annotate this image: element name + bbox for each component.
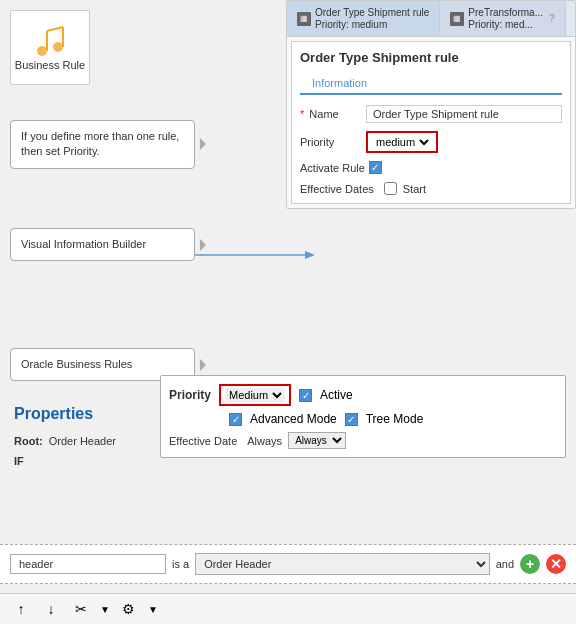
props-priority-label: Priority [169, 388, 211, 402]
priority-active-row: Priority Medium Low High ✓ Active [169, 384, 557, 406]
help-icon: ? [549, 13, 555, 24]
header-field[interactable] [10, 554, 166, 574]
toolbar: ↑ ↓ ✂ ▼ ⚙ ▼ [0, 593, 576, 624]
effective-date-label: Effective Date [169, 435, 237, 447]
and-label: and [496, 558, 514, 570]
arrow-vib [195, 245, 315, 265]
activate-checkbox[interactable]: ✓ [369, 161, 382, 174]
effective-date-row: Effective Date Always Always [169, 432, 557, 449]
advanced-mode-checkbox[interactable]: ✓ [229, 413, 242, 426]
props-priority-select[interactable]: Medium Low High [225, 388, 285, 402]
remove-condition-button[interactable]: ✕ [546, 554, 566, 574]
condition-bar: is a Order Header and + ✕ [0, 544, 576, 584]
svg-point-1 [53, 42, 63, 52]
priority-label: Priority [300, 136, 360, 148]
is-a-label: is a [172, 558, 189, 570]
move-down-button[interactable]: ↓ [40, 598, 62, 620]
properties-panel: Priority Medium Low High ✓ Active ✓ Adva… [160, 375, 566, 458]
effective-date-value: Always [247, 435, 282, 447]
business-rule-icon [32, 23, 68, 59]
panel-content: Order Type Shipment rule Information * N… [291, 41, 571, 204]
mode-row: ✓ Advanced Mode ✓ Tree Mode [169, 412, 557, 426]
tab2-label: PreTransforma... [468, 7, 543, 19]
tree-mode-checkbox[interactable]: ✓ [345, 413, 358, 426]
props-priority-select-box: Medium Low High [219, 384, 291, 406]
props-active-checkbox[interactable]: ✓ [299, 389, 312, 402]
priority-select-box: medium low high [366, 131, 438, 153]
business-rule-icon-box: Business Rule [10, 10, 90, 85]
svg-line-4 [47, 27, 63, 31]
svg-point-0 [37, 46, 47, 56]
gear-button[interactable]: ⚙ [118, 598, 140, 620]
business-rule-label: Business Rule [15, 59, 85, 72]
activate-rule-row: Activate Rule ✓ [300, 161, 562, 174]
effective-date-select[interactable]: Always [288, 432, 346, 449]
props-active-label: Active [320, 388, 353, 402]
callout-define-text: If you define more than one rule, then s… [21, 130, 179, 157]
effective-dates-label: Effective Dates [300, 183, 374, 195]
callout-vib: Visual Information Builder [10, 228, 195, 261]
tab1-priority: Priority: medium [315, 19, 429, 30]
svg-marker-6 [305, 251, 315, 259]
advanced-mode-label: Advanced Mode [250, 412, 337, 426]
callout-vib-text: Visual Information Builder [21, 238, 146, 250]
main-container: Business Rule If you define more than on… [0, 0, 576, 624]
cut-button[interactable]: ✂ [70, 598, 92, 620]
name-input[interactable] [366, 105, 562, 123]
cut-dropdown[interactable]: ▼ [100, 604, 110, 615]
tabs-bar: ▦ Order Type Shipment rule Priority: med… [287, 1, 575, 37]
required-star: * [300, 108, 304, 120]
root-row: Root: Order Header [14, 435, 116, 447]
name-row: * Name [300, 105, 562, 123]
move-up-button[interactable]: ↑ [10, 598, 32, 620]
effective-dates-row: Effective Dates Start [300, 182, 562, 195]
tab1-label: Order Type Shipment rule [315, 7, 429, 19]
info-tab[interactable]: Information [300, 73, 379, 95]
info-tab-bar: Information [300, 73, 562, 95]
gear-dropdown[interactable]: ▼ [148, 604, 158, 615]
type-select[interactable]: Order Header [195, 553, 490, 575]
tab-order-type-shipment[interactable]: ▦ Order Type Shipment rule Priority: med… [287, 1, 440, 36]
name-label: * Name [300, 108, 360, 120]
root-label: Root: [14, 435, 43, 447]
root-value: Order Header [49, 435, 116, 447]
callout-define: If you define more than one rule, then s… [10, 120, 195, 169]
panel-title: Order Type Shipment rule [300, 50, 562, 65]
effective-dates-checkbox[interactable] [384, 182, 397, 195]
activate-label: Activate Rule [300, 162, 365, 174]
tab-icon-2: ▦ [450, 12, 464, 26]
tree-mode-label: Tree Mode [366, 412, 424, 426]
start-label: Start [403, 183, 426, 195]
tab-icon-1: ▦ [297, 12, 311, 26]
callout-obr-text: Oracle Business Rules [21, 358, 132, 370]
add-condition-button[interactable]: + [520, 554, 540, 574]
properties-title: Properties [14, 405, 93, 423]
tab-pretransforma[interactable]: ▦ PreTransforma... Priority: med... ? [440, 1, 565, 36]
priority-select[interactable]: medium low high [372, 135, 432, 149]
if-label: IF [14, 455, 24, 467]
tab2-priority: Priority: med... [468, 19, 543, 30]
priority-row: Priority medium low high [300, 131, 562, 153]
top-panel: ▦ Order Type Shipment rule Priority: med… [286, 0, 576, 209]
